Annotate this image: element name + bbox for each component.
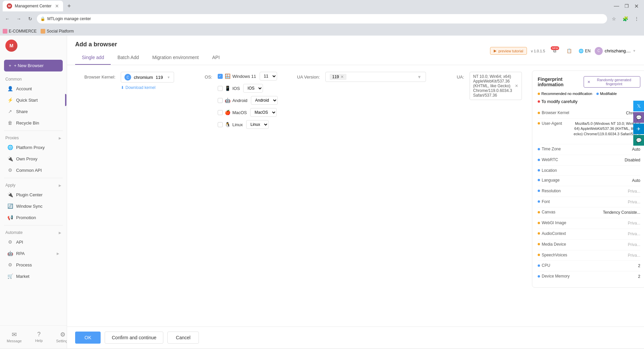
star-icon[interactable]: ☆ <box>609 14 619 23</box>
kernel-dropdown-icon: ▼ <box>167 76 170 79</box>
sidebar-item-ownproxy[interactable]: 🔌 Own Proxy <box>2 153 65 164</box>
fp-val-speechvoices: Priva... <box>628 253 640 258</box>
sidebar-item-windowsync[interactable]: 🔄 Window Sync <box>2 200 65 212</box>
fp-key-resolution: Resolution <box>538 189 561 193</box>
address-bar[interactable]: 🔒 MTLogin manage center <box>37 14 607 23</box>
extensions-icon[interactable]: 🧩 <box>621 14 630 23</box>
language-label: Language: <box>522 72 527 80</box>
maximize-icon[interactable]: ❐ <box>625 3 629 9</box>
os-windows[interactable]: ✓ 🪟 Windows 11 11 <box>218 72 277 81</box>
sidebar-section-proxies[interactable]: Proxies ▶ <box>0 133 67 142</box>
bottom-nav-message[interactable]: ✉ Message <box>0 328 29 346</box>
automate-arrow-icon: ▶ <box>59 231 61 235</box>
ua-text-value: NT 10.0; Win64; x64) AppleWebKit/537.36 … <box>473 74 512 98</box>
twitter-icon[interactable]: 𝕏 <box>633 101 644 111</box>
os-ios[interactable]: 📱 IOS IOS <box>218 84 263 93</box>
new-tab-button[interactable]: + <box>64 1 74 11</box>
confirm-continue-button[interactable]: Confirm and continue <box>105 332 163 344</box>
user-menu[interactable]: C chriszhang.... ▼ <box>595 47 636 55</box>
fp-legend: Recommended no modification Modifiable <box>538 92 640 96</box>
sidebar-item-commonapi[interactable]: ⚙ Common API <box>2 164 65 176</box>
os-linux[interactable]: 🐧 Linux Linux <box>218 120 269 129</box>
tutorial-button[interactable]: ▶ preview tutorial <box>490 47 527 55</box>
fp-random-button[interactable]: ✕ Randomly generated fingerprint <box>584 76 640 88</box>
sidebar-item-plugincenter[interactable]: 🔌 Plugin Center <box>2 189 65 200</box>
language-selector[interactable]: 🌐 EN <box>579 49 591 53</box>
telegram-icon[interactable]: ✈ <box>633 123 644 134</box>
forward-button[interactable]: → <box>14 14 23 23</box>
os-macos[interactable]: 🍎 MacOS MacOS <box>218 108 277 117</box>
discord-icon[interactable]: 💬 <box>633 112 644 123</box>
sidebar-item-account[interactable]: 👤 Account <box>2 83 65 94</box>
sidebar-item-recyclebin[interactable]: 🗑 Recycle Bin <box>2 117 65 129</box>
tab-migration[interactable]: Migration environment <box>146 52 206 65</box>
reload-button[interactable]: ↻ <box>25 14 35 23</box>
browser-tab[interactable]: M Management Center ✕ <box>3 1 63 11</box>
fp-key-kernel-label: Browser Kernel <box>542 110 569 115</box>
tab-single-add[interactable]: Single add <box>75 52 111 65</box>
social-bar: 𝕏 💬 ✈ 💬 <box>633 101 644 146</box>
bookmark-social[interactable]: Social Platform <box>41 29 74 34</box>
kernel-selector[interactable]: C chromium 119 ▼ <box>121 72 174 83</box>
os-android[interactable]: 🤖 Android Android <box>218 96 278 105</box>
sidebar-item-rpa[interactable]: 🤖 RPA ▶ <box>2 248 65 259</box>
ua-version-input[interactable]: 119 ✕ ▼ <box>325 72 426 82</box>
os-windows-checkbox[interactable]: ✓ <box>218 74 223 79</box>
bottom-nav-settings[interactable]: ⚙ Settings <box>49 328 67 346</box>
sidebar-item-plugincenter-label: Plugin Center <box>16 192 43 197</box>
fp-legend-extra: To modify carefully <box>538 99 640 104</box>
back-button[interactable]: ← <box>3 14 12 23</box>
os-ios-checkbox[interactable] <box>218 86 223 91</box>
sidebar-item-share[interactable]: ↗ Share <box>2 106 65 117</box>
fp-key-font-label: Font <box>542 199 550 204</box>
fp-row-webrtc: WebRTC Disabled <box>538 155 640 166</box>
linux-version-select[interactable]: Linux <box>246 120 269 129</box>
fp-key-webrtc-label: WebRTC <box>542 157 558 162</box>
cancel-button[interactable]: Cancel <box>167 332 199 344</box>
ua-text-field[interactable]: NT 10.0; Win64; x64) AppleWebKit/537.36 … <box>470 72 522 100</box>
sidebar: M + + New Browser Common 👤 Account ⚡ Qui… <box>0 36 67 348</box>
sidebar-item-api[interactable]: ⚙ API <box>2 236 65 248</box>
sidebar-item-quickstart[interactable]: ⚡ Quick Start <box>2 94 65 106</box>
sidebar-item-process[interactable]: ⚙ Process <box>2 259 65 270</box>
windows-icon: 🪟 <box>225 73 230 79</box>
account-icon: 👤 <box>7 86 13 91</box>
macos-version-select[interactable]: MacOS <box>250 108 277 117</box>
browser-kernel-content: C chromium 119 ▼ ⬇ Download kernel <box>121 72 174 90</box>
windows-version-select[interactable]: 11 <box>260 72 277 81</box>
sidebar-item-promotion[interactable]: 📢 Promotion <box>2 212 65 223</box>
new-browser-button[interactable]: + + New Browser <box>4 60 63 71</box>
os-macos-checkbox[interactable] <box>218 110 223 115</box>
sidebar-item-platformproxy[interactable]: 🌐 Platform Proxy <box>2 142 65 153</box>
new-browser-plus-icon: + <box>9 63 11 68</box>
minimize-icon[interactable]: — <box>614 3 619 9</box>
whatsapp-icon[interactable]: 💬 <box>633 135 644 146</box>
user-dropdown-icon: ▼ <box>633 49 636 53</box>
os-android-label: Android <box>232 98 248 103</box>
document-icon-button[interactable]: 📋 <box>564 46 575 56</box>
tab-close-icon[interactable]: ✕ <box>55 3 59 9</box>
os-linux-checkbox[interactable] <box>218 122 223 127</box>
ios-version-select[interactable]: IOS <box>243 84 263 93</box>
form-footer: OK Confirm and continue Cancel <box>67 327 644 348</box>
close-icon[interactable]: ✕ <box>634 3 639 9</box>
tab-batch-add[interactable]: Batch Add <box>111 52 146 65</box>
ok-button[interactable]: OK <box>75 332 101 344</box>
fp-dot-ua <box>538 122 540 124</box>
os-android-checkbox[interactable] <box>218 98 223 103</box>
layers-icon-button[interactable]: ⧉ NEW <box>549 46 560 56</box>
ua-version-close-icon[interactable]: ✕ <box>340 74 344 79</box>
sidebar-item-market[interactable]: 🛒 Market <box>2 270 65 282</box>
ua-close-icon[interactable]: ✕ <box>515 84 518 88</box>
tab-api[interactable]: API <box>206 52 227 65</box>
bookmark-ecommerce[interactable]: E-COMMERCE <box>3 29 37 34</box>
download-kernel-link[interactable]: ⬇ Download kernel <box>121 85 155 90</box>
menu-icon[interactable]: ⋮ <box>632 14 641 23</box>
android-version-select[interactable]: Android <box>251 96 278 105</box>
sidebar-section-automate[interactable]: Automate ▶ <box>0 228 67 236</box>
ua-version-dropdown-icon[interactable]: ▼ <box>417 74 422 80</box>
os-windows-label: Windows 11 <box>232 74 256 79</box>
bottom-nav-help[interactable]: ? Help <box>29 328 50 346</box>
fp-key-mediadevice-label: Media Device <box>542 242 566 247</box>
sidebar-section-apply[interactable]: Apply ▶ <box>0 180 67 189</box>
